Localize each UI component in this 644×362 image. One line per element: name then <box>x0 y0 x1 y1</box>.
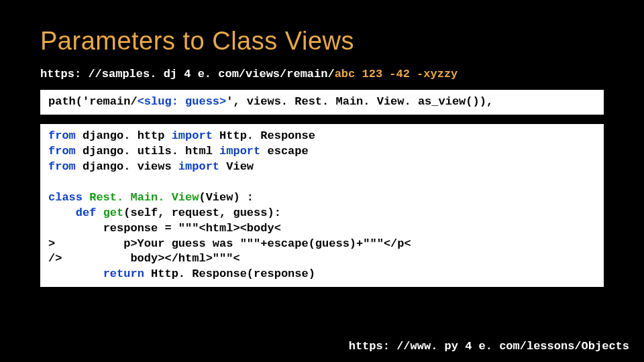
footer-link: https: //www. py 4 e. com/lessons/Object… <box>349 340 629 353</box>
kw-return: return <box>103 267 144 280</box>
return-val: Http. Response(response) <box>144 267 315 280</box>
view-code-box: from django. http import Http. Response … <box>40 124 604 287</box>
mod-http: django. http <box>76 129 172 142</box>
def-name: get <box>103 206 124 219</box>
kw-from-2: from <box>48 145 76 158</box>
resp-line-2: > p>Your guess was """+escape(guess)+"""… <box>48 237 411 250</box>
resp-line-1: response = """<html><body< <box>103 222 281 235</box>
class-tail: (View) : <box>199 191 254 204</box>
route-slug: <slug: guess> <box>138 95 227 108</box>
route-code-box: path('remain/<slug: guess>', views. Rest… <box>40 90 604 115</box>
example-url: https: //samples. dj 4 e. com/views/rema… <box>40 68 604 80</box>
url-prefix: https: //samples. dj 4 e. com/views/rema… <box>40 68 335 80</box>
kw-import-1: import <box>172 129 213 142</box>
kw-import-2: import <box>219 145 260 158</box>
route-suffix: ', views. Rest. Main. View. as_view()), <box>226 95 493 108</box>
class-name: Rest. Main. View <box>83 191 199 204</box>
kw-def: def <box>76 206 97 219</box>
imp-escape: escape <box>260 145 308 158</box>
kw-from-3: from <box>48 160 76 173</box>
resp-line-3: /> body></html>"""< <box>48 252 240 265</box>
kw-from-1: from <box>48 129 76 142</box>
imp-httpresp: Http. Response <box>213 129 315 142</box>
imp-view: View <box>219 160 254 173</box>
mod-views: django. views <box>76 160 178 173</box>
def-args: (self, request, guess): <box>123 206 281 219</box>
kw-import-3: import <box>178 160 219 173</box>
url-param: abc 123 -42 -xyzzy <box>335 68 458 80</box>
slide-title: Parameters to Class Views <box>40 27 604 56</box>
route-prefix: path('remain/ <box>48 95 138 108</box>
kw-class: class <box>48 191 83 204</box>
mod-utils: django. utils. html <box>76 145 219 158</box>
